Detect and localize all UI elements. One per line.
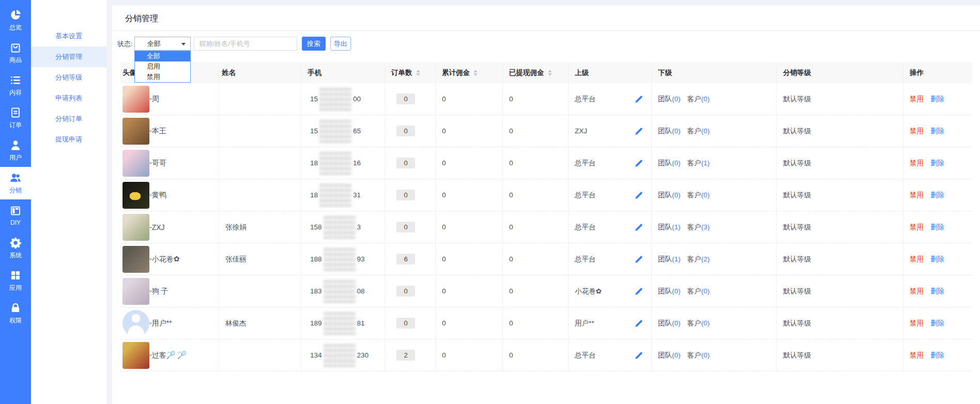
disable-link[interactable]: 禁用 bbox=[910, 319, 924, 328]
sidebar-item-用户[interactable]: 用户 bbox=[0, 134, 31, 167]
avatar bbox=[122, 310, 149, 337]
sort-arrows-icon[interactable] bbox=[548, 70, 552, 76]
sidebar-item-label: 内容 bbox=[9, 88, 22, 97]
phone-blur bbox=[319, 183, 351, 207]
customer-count-link[interactable]: 客户(0) bbox=[687, 351, 710, 360]
disable-link[interactable]: 禁用 bbox=[910, 159, 924, 168]
sort-arrows-icon[interactable] bbox=[416, 70, 420, 76]
team-count-link[interactable]: 团队(1) bbox=[658, 255, 681, 264]
delete-link[interactable]: 删除 bbox=[930, 191, 944, 200]
edit-pencil-icon[interactable] bbox=[635, 159, 643, 167]
search-button[interactable]: 搜索 bbox=[302, 37, 326, 51]
primary-sidebar: 总览商品内容订单用户分销DIY系统应用权限 bbox=[0, 0, 31, 404]
sidebar-item-订单[interactable]: 订单 bbox=[0, 102, 31, 134]
sidebar-item-系统[interactable]: 系统 bbox=[0, 232, 31, 265]
submenu-item-分销管理[interactable]: 分销管理 bbox=[31, 46, 106, 67]
orders-badge: 6 bbox=[396, 254, 415, 265]
delete-link[interactable]: 删除 bbox=[930, 223, 944, 232]
delete-link[interactable]: 删除 bbox=[930, 351, 944, 360]
customer-count-link[interactable]: 客户(0) bbox=[687, 127, 710, 136]
sort-arrows-icon[interactable] bbox=[473, 70, 478, 76]
edit-pencil-icon[interactable] bbox=[635, 287, 643, 296]
team-count-link[interactable]: 团队(0) bbox=[658, 191, 681, 200]
submenu-item-分销等级[interactable]: 分销等级 bbox=[31, 67, 106, 88]
parent-cell: 总平台 bbox=[569, 179, 652, 211]
customer-count-link[interactable]: 客户(0) bbox=[687, 191, 710, 200]
disable-link[interactable]: 禁用 bbox=[910, 127, 924, 136]
delete-link[interactable]: 删除 bbox=[930, 287, 944, 296]
orders-badge: 2 bbox=[396, 350, 415, 361]
column-header-累计佣金[interactable]: 累计佣金 bbox=[436, 63, 503, 83]
customer-count-link[interactable]: 客户(0) bbox=[687, 319, 710, 328]
disable-link[interactable]: 禁用 bbox=[910, 191, 924, 200]
submenu-item-分销订单[interactable]: 分销订单 bbox=[31, 108, 106, 129]
disable-link[interactable]: 禁用 bbox=[910, 95, 924, 104]
delete-link[interactable]: 删除 bbox=[930, 255, 944, 264]
column-header-下级: 下级 bbox=[652, 63, 777, 83]
status-option-启用[interactable]: 启用 bbox=[135, 61, 190, 72]
edit-pencil-icon[interactable] bbox=[635, 351, 643, 360]
status-option-禁用[interactable]: 禁用 bbox=[135, 72, 190, 82]
sidebar-item-总览[interactable]: 总览 bbox=[0, 4, 31, 37]
sidebar-item-应用[interactable]: 应用 bbox=[0, 265, 31, 297]
sidebar-item-内容[interactable]: 内容 bbox=[0, 69, 31, 102]
edit-pencil-icon[interactable] bbox=[635, 95, 643, 103]
delete-link[interactable]: 删除 bbox=[930, 159, 944, 168]
status-filter-label: 状态: bbox=[117, 37, 133, 51]
search-input[interactable] bbox=[194, 37, 297, 51]
level-cell: 默认等级 bbox=[777, 243, 904, 275]
column-header-姓名: 姓名 bbox=[219, 63, 301, 83]
user-icon bbox=[10, 139, 21, 151]
edit-pencil-icon[interactable] bbox=[635, 191, 643, 199]
delete-link[interactable]: 删除 bbox=[930, 127, 944, 136]
disable-link[interactable]: 禁用 bbox=[910, 223, 924, 232]
customer-count-link[interactable]: 客户(0) bbox=[687, 95, 710, 104]
delete-link[interactable]: 删除 bbox=[930, 95, 944, 104]
phone-blur bbox=[324, 312, 356, 335]
submenu-item-申请列表[interactable]: 申请列表 bbox=[31, 88, 106, 108]
orders-badge: 0 bbox=[396, 158, 415, 168]
submenu-item-提现申请[interactable]: 提现申请 bbox=[31, 129, 106, 150]
edit-pencil-icon[interactable] bbox=[635, 255, 643, 263]
team-count-link[interactable]: 团队(0) bbox=[658, 159, 681, 168]
disable-link[interactable]: 禁用 bbox=[910, 351, 924, 360]
team-count-link[interactable]: 团队(0) bbox=[658, 351, 681, 360]
sidebar-item-商品[interactable]: 商品 bbox=[0, 37, 31, 69]
customer-count-link[interactable]: 客户(3) bbox=[687, 223, 710, 232]
avatar bbox=[122, 278, 149, 305]
sidebar-item-label: 总览 bbox=[9, 23, 22, 32]
commission-cell: 0 bbox=[436, 275, 503, 307]
name-cell bbox=[219, 179, 301, 211]
team-count-link[interactable]: 团队(0) bbox=[658, 287, 681, 296]
customer-count-link[interactable]: 客户(2) bbox=[687, 255, 710, 264]
orders-badge: 0 bbox=[396, 126, 415, 136]
sidebar-item-权限[interactable]: 权限 bbox=[0, 297, 31, 330]
team-count-link[interactable]: 团队(0) bbox=[658, 319, 681, 328]
phone-blur bbox=[319, 119, 351, 143]
table-row: -本王1565000ZXJ团队(0)客户(0)默认等级禁用删除 bbox=[120, 115, 972, 147]
submenu-item-基本设置[interactable]: 基本设置 bbox=[31, 26, 106, 46]
sidebar-item-DIY[interactable]: DIY bbox=[0, 199, 31, 232]
edit-pencil-icon[interactable] bbox=[635, 127, 643, 135]
name-cell bbox=[219, 339, 301, 371]
delete-link[interactable]: 删除 bbox=[930, 319, 944, 328]
orders-cell: 0 bbox=[385, 211, 436, 243]
disable-link[interactable]: 禁用 bbox=[910, 255, 924, 264]
export-button[interactable]: 导出 bbox=[330, 37, 351, 51]
team-count-link[interactable]: 团队(0) bbox=[658, 95, 681, 104]
team-count-link[interactable]: 团队(0) bbox=[658, 127, 681, 136]
edit-pencil-icon[interactable] bbox=[635, 223, 643, 231]
customer-count-link[interactable]: 客户(1) bbox=[687, 159, 710, 168]
sidebar-item-分销[interactable]: 分销 bbox=[0, 167, 31, 199]
layout-icon bbox=[10, 205, 21, 216]
edit-pencil-icon[interactable] bbox=[635, 319, 643, 328]
status-option-全部[interactable]: 全部 bbox=[135, 51, 190, 61]
column-header-订单数[interactable]: 订单数 bbox=[385, 63, 436, 83]
status-select[interactable]: 全部 全部启用禁用 bbox=[134, 37, 191, 51]
sidebar-item-label: 分销 bbox=[9, 186, 22, 195]
disable-link[interactable]: 禁用 bbox=[910, 287, 924, 296]
commission-cell: 0 bbox=[436, 243, 503, 275]
customer-count-link[interactable]: 客户(0) bbox=[687, 287, 710, 296]
team-count-link[interactable]: 团队(1) bbox=[658, 223, 681, 232]
column-header-已提现佣金[interactable]: 已提现佣金 bbox=[503, 63, 569, 83]
